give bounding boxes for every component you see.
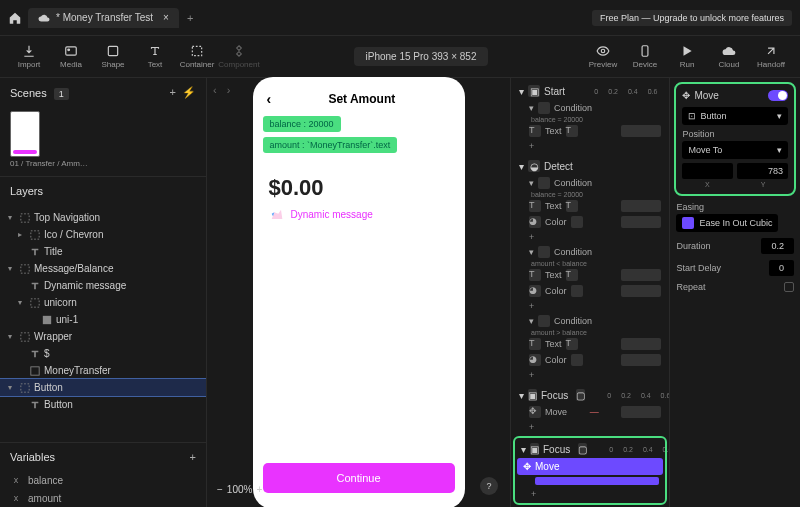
add-action-button[interactable]: + xyxy=(515,299,665,313)
add-action-button[interactable]: + xyxy=(517,487,663,501)
scene-count-badge: 1 xyxy=(54,88,69,100)
svg-rect-13 xyxy=(21,383,29,391)
svg-rect-0 xyxy=(66,47,77,55)
position-mode-selector[interactable]: Move To▾ xyxy=(682,141,788,159)
subrow-text[interactable]: TTextT xyxy=(515,267,665,283)
add-action-button[interactable]: + xyxy=(515,230,665,244)
scene-thumbnail[interactable] xyxy=(10,111,40,157)
svg-rect-6 xyxy=(21,213,29,221)
move-toggle[interactable] xyxy=(768,90,788,101)
amount-display: $0.00 xyxy=(253,155,465,203)
layer-tree: ▾Top Navigation ▸Ico / Chevron Title ▾Me… xyxy=(0,205,206,442)
svg-rect-8 xyxy=(21,264,29,272)
document-tab[interactable]: * Money Transfer Test × xyxy=(28,8,179,28)
startdelay-input[interactable]: 0 xyxy=(769,260,794,276)
add-action-button[interactable]: + xyxy=(515,420,665,434)
canvas-prev-icon[interactable]: ‹ xyxy=(213,84,217,96)
easing-selector[interactable]: Ease In Out Cubic xyxy=(676,214,778,232)
close-icon[interactable]: × xyxy=(163,12,169,23)
trigger-detect[interactable]: ▾◒Detect ▾Condition balance = 20000 TTex… xyxy=(515,157,665,382)
layer-button-text[interactable]: Button xyxy=(0,396,206,413)
svg-point-4 xyxy=(601,49,605,53)
run-button[interactable]: Run xyxy=(666,37,708,77)
subrow-text[interactable]: TTextT xyxy=(515,336,665,352)
subrow-text[interactable]: TTextT xyxy=(515,123,665,139)
device-button[interactable]: Device xyxy=(624,37,666,77)
variable-amount[interactable]: xamount xyxy=(0,489,206,507)
media-button[interactable]: Media xyxy=(50,37,92,77)
add-tab-button[interactable]: + xyxy=(187,12,193,24)
help-button[interactable]: ? xyxy=(480,477,498,495)
layer-dynamic-message[interactable]: Dynamic message xyxy=(0,277,206,294)
scene-options-icon[interactable]: ⚡ xyxy=(182,86,196,99)
chip-balance: balance : 20000 xyxy=(263,116,341,132)
cloud-button[interactable]: Cloud xyxy=(708,37,750,77)
layer-moneytransfer[interactable]: MoneyTransfer xyxy=(0,362,206,379)
target-selector[interactable]: ⊡Button▾ xyxy=(682,107,788,125)
svg-rect-7 xyxy=(31,230,39,238)
canvas-next-icon[interactable]: › xyxy=(227,84,231,96)
svg-rect-11 xyxy=(21,332,29,340)
handoff-button[interactable]: Handoff xyxy=(750,37,792,77)
layer-wrapper[interactable]: ▾Wrapper xyxy=(0,328,206,345)
action-move-selected[interactable]: ✥Move xyxy=(517,458,663,475)
repeat-checkbox[interactable] xyxy=(784,282,794,292)
subrow-move[interactable]: ✥Move— xyxy=(515,404,665,420)
layer-message-balance[interactable]: ▾Message/Balance xyxy=(0,260,206,277)
home-icon[interactable] xyxy=(8,11,22,25)
timeline-bar[interactable] xyxy=(535,477,659,485)
upgrade-banner[interactable]: Free Plan — Upgrade to unlock more featu… xyxy=(592,10,792,26)
screen-title: Set Amount xyxy=(273,92,450,106)
subrow-condition[interactable]: ▾Condition xyxy=(515,313,665,329)
position-label: Position xyxy=(682,129,788,139)
container-button[interactable]: Container xyxy=(176,37,218,77)
zoom-control[interactable]: −100%+ xyxy=(217,484,262,495)
layer-uni-1[interactable]: uni-1 xyxy=(0,311,206,328)
phone-preview[interactable]: ‹ Set Amount balance : 20000 amount : `M… xyxy=(253,77,465,508)
subrow-condition[interactable]: ▾Condition xyxy=(515,100,665,116)
repeat-label: Repeat xyxy=(676,282,705,292)
import-button[interactable]: Import xyxy=(8,37,50,77)
right-panel: ▾▣Start 00.20.40.6 ▾Condition balance = … xyxy=(510,78,800,507)
device-selector[interactable]: iPhone 15 Pro 393 × 852 xyxy=(354,47,489,66)
layer-dollar[interactable]: $ xyxy=(0,345,206,362)
position-y-input[interactable]: 783 xyxy=(737,163,788,179)
layer-title[interactable]: Title xyxy=(0,243,206,260)
back-chevron-icon[interactable]: ‹ xyxy=(267,91,272,107)
layer-button[interactable]: ▾Button xyxy=(0,379,206,396)
text-button[interactable]: Text xyxy=(134,37,176,77)
component-button[interactable]: Component xyxy=(218,37,260,77)
variables-section: Variables+ xbalance xamount xyxy=(0,442,206,507)
canvas[interactable]: ‹ › ‹ Set Amount balance : 20000 amount … xyxy=(207,78,510,507)
add-action-button[interactable]: + xyxy=(515,368,665,382)
position-x-input[interactable] xyxy=(682,163,733,179)
scenes-header: Scenes 1 +⚡ xyxy=(0,78,206,107)
trigger-focus-selected[interactable]: ▾▣Focus▢ 00.20.40.6 ✥Move + xyxy=(515,438,665,503)
subrow-color[interactable]: ◕Color xyxy=(515,214,665,230)
duration-input[interactable]: 0.2 xyxy=(761,238,794,254)
variable-balance[interactable]: xbalance xyxy=(0,471,206,489)
preview-button[interactable]: Preview xyxy=(582,37,624,77)
svg-rect-9 xyxy=(31,298,39,306)
add-variable-button[interactable]: + xyxy=(190,451,196,463)
main-toolbar: Import Media Shape Text Container Compon… xyxy=(0,36,800,78)
subrow-condition[interactable]: ▾Condition xyxy=(515,244,665,260)
layer-unicorn[interactable]: ▾unicorn xyxy=(0,294,206,311)
subrow-color[interactable]: ◕Color xyxy=(515,352,665,368)
properties-column: ✥Move ⊡Button▾ Position Move To▾ 783 XY … xyxy=(670,78,800,507)
add-scene-button[interactable]: + xyxy=(170,86,176,99)
svg-rect-3 xyxy=(192,46,201,55)
subrow-condition[interactable]: ▾Condition xyxy=(515,175,665,191)
layer-top-navigation[interactable]: ▾Top Navigation xyxy=(0,209,206,226)
subrow-text[interactable]: TTextT xyxy=(515,198,665,214)
triggers-column: ▾▣Start 00.20.40.6 ▾Condition balance = … xyxy=(511,78,670,507)
add-action-button[interactable]: + xyxy=(515,139,665,153)
scene-label[interactable]: 01 / Transfer / Amm… xyxy=(0,159,206,176)
subrow-color[interactable]: ◕Color xyxy=(515,283,665,299)
trigger-focus[interactable]: ▾▣Focus▢ 00.20.40.6 ✥Move— + xyxy=(515,386,665,434)
layer-ico-chevron[interactable]: ▸Ico / Chevron xyxy=(0,226,206,243)
shape-button[interactable]: Shape xyxy=(92,37,134,77)
trigger-start[interactable]: ▾▣Start 00.20.40.6 ▾Condition balance = … xyxy=(515,82,665,153)
continue-button[interactable]: Continue xyxy=(263,463,455,493)
title-bar: * Money Transfer Test × + Free Plan — Up… xyxy=(0,0,800,36)
